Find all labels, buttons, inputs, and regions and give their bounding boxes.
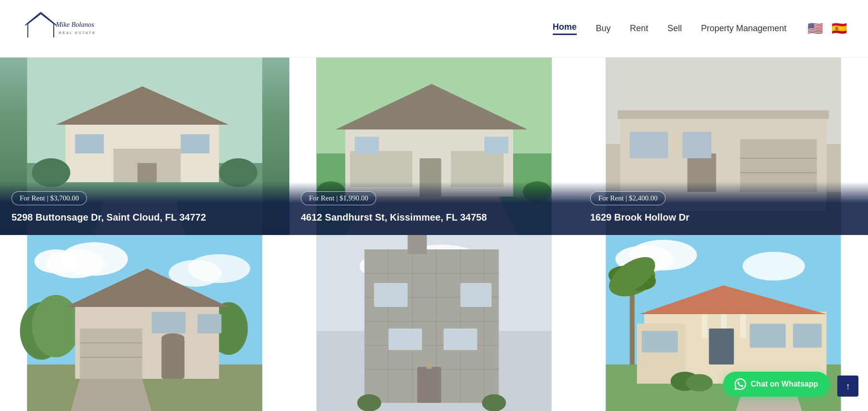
property-card-5[interactable] xyxy=(289,235,579,411)
svg-rect-24 xyxy=(485,137,509,153)
price-badge-3: For Rent | $2,400.00 xyxy=(590,191,666,205)
nav-buy[interactable]: Buy xyxy=(596,23,611,34)
flag-es[interactable]: 🇪🇸 xyxy=(830,19,849,38)
property-listing: For Rent | $3,700.00 5298 Buttonsage Dr,… xyxy=(0,58,868,411)
svg-rect-79 xyxy=(461,283,492,307)
svg-line-0 xyxy=(25,12,41,25)
whatsapp-button[interactable]: Chat on Whatsapp xyxy=(723,372,830,397)
svg-rect-77 xyxy=(408,235,427,254)
logo: Mike Bolanos REAL ESTATE xyxy=(19,7,106,50)
svg-rect-39 xyxy=(683,132,712,158)
property-overlay-3: For Rent | $2,400.00 1629 Brook Hollow D… xyxy=(579,182,868,235)
svg-rect-59 xyxy=(198,314,222,333)
property-overlay-2: For Rent | $1,990.00 4612 Sandhurst St, … xyxy=(289,182,579,235)
svg-rect-81 xyxy=(444,329,477,350)
price-badge-2: For Rent | $1,990.00 xyxy=(301,191,376,205)
property-address-2: 4612 Sandhurst St, Kissimmee, FL 34758 xyxy=(301,211,567,223)
svg-rect-101 xyxy=(709,329,734,364)
scroll-top-button[interactable]: ↑ xyxy=(837,376,858,397)
logo-area: Mike Bolanos REAL ESTATE xyxy=(19,7,106,50)
svg-point-57 xyxy=(162,333,185,343)
svg-rect-104 xyxy=(642,331,678,352)
whatsapp-icon xyxy=(735,378,746,390)
navigation: Home Buy Rent Sell Property Management 🇺… xyxy=(553,19,849,38)
property-address-1: 5298 Buttonsage Dr, Saint Cloud, FL 3477… xyxy=(12,211,278,223)
svg-rect-38 xyxy=(630,132,668,158)
price-badge-1: For Rent | $3,700.00 xyxy=(12,191,87,205)
svg-marker-60 xyxy=(71,379,152,411)
property-card-2[interactable]: For Rent | $1,990.00 4612 Sandhurst St, … xyxy=(289,58,579,235)
nav-sell[interactable]: Sell xyxy=(667,23,682,34)
property-overlay-1: For Rent | $3,700.00 5298 Buttonsage Dr,… xyxy=(0,182,289,235)
property-grid: For Rent | $3,700.00 5298 Buttonsage Dr,… xyxy=(0,58,868,411)
svg-point-85 xyxy=(482,394,506,411)
property-card-4[interactable] xyxy=(0,235,289,411)
svg-point-89 xyxy=(743,252,805,281)
language-flags: 🇺🇸 🇪🇸 xyxy=(806,19,849,38)
svg-rect-82 xyxy=(417,367,441,403)
property-address-3: 1629 Brook Hollow Dr xyxy=(590,211,856,223)
scroll-top-icon: ↑ xyxy=(845,381,850,392)
flag-us[interactable]: 🇺🇸 xyxy=(806,19,825,38)
nav-rent[interactable]: Rent xyxy=(630,23,648,34)
property-card-3[interactable]: For Rent | $2,400.00 1629 Brook Hollow D… xyxy=(579,58,868,235)
property-card-1[interactable]: For Rent | $3,700.00 5298 Buttonsage Dr,… xyxy=(0,58,289,235)
svg-rect-53 xyxy=(80,329,143,379)
svg-rect-10 xyxy=(138,163,157,182)
svg-point-44 xyxy=(35,249,78,273)
svg-rect-23 xyxy=(355,137,379,153)
nav-property-management[interactable]: Property Management xyxy=(701,23,786,34)
svg-text:REAL ESTATE: REAL ESTATE xyxy=(59,30,96,35)
svg-rect-98 xyxy=(702,314,708,338)
svg-rect-80 xyxy=(389,329,422,350)
svg-rect-100 xyxy=(740,314,746,338)
nav-home[interactable]: Home xyxy=(553,22,577,35)
svg-rect-11 xyxy=(75,134,104,153)
svg-point-107 xyxy=(686,374,713,391)
svg-rect-40 xyxy=(618,110,829,119)
svg-rect-56 xyxy=(162,338,185,379)
header: Mike Bolanos REAL ESTATE Home Buy Rent S… xyxy=(0,0,868,58)
svg-rect-58 xyxy=(152,312,186,333)
svg-line-1 xyxy=(41,12,56,25)
svg-rect-12 xyxy=(181,134,210,153)
svg-rect-83 xyxy=(427,362,432,369)
svg-point-46 xyxy=(188,254,250,283)
svg-point-84 xyxy=(357,394,381,411)
svg-rect-102 xyxy=(750,324,786,348)
svg-rect-103 xyxy=(793,324,822,348)
whatsapp-label: Chat on Whatsapp xyxy=(751,380,818,388)
svg-text:Mike Bolanos: Mike Bolanos xyxy=(56,20,95,28)
svg-rect-78 xyxy=(374,283,408,307)
